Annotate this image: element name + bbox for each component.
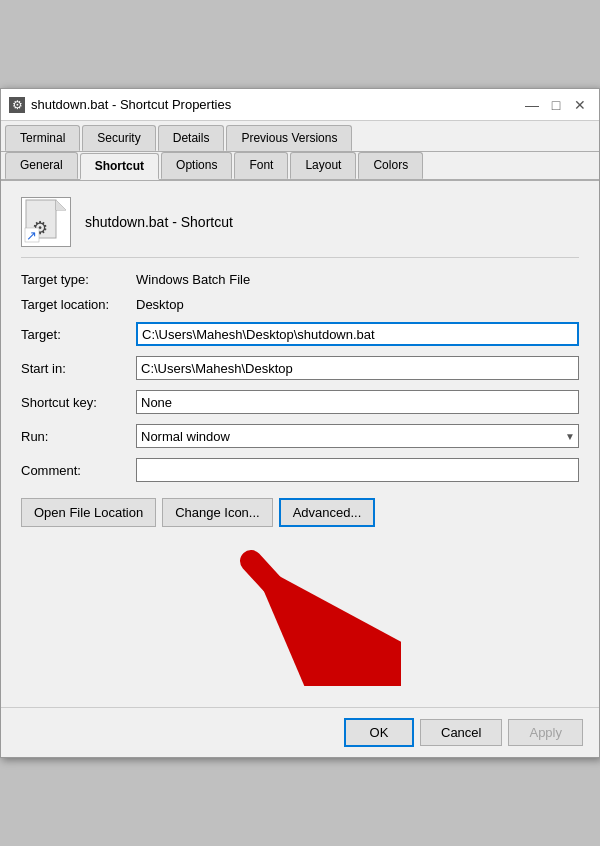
file-header-title: shutdown.bat - Shortcut: [85, 214, 233, 230]
target-row: Target:: [21, 322, 579, 346]
open-file-location-button[interactable]: Open File Location: [21, 498, 156, 527]
change-icon-button[interactable]: Change Icon...: [162, 498, 273, 527]
tab-details[interactable]: Details: [158, 125, 225, 151]
red-arrow-icon: [201, 531, 401, 686]
maximize-button[interactable]: □: [545, 94, 567, 116]
target-label: Target:: [21, 327, 136, 342]
ok-button[interactable]: OK: [344, 718, 414, 747]
minimize-button[interactable]: —: [521, 94, 543, 116]
shortcut-key-input[interactable]: [136, 390, 579, 414]
form: Target type: Windows Batch File Target l…: [21, 272, 579, 482]
target-type-label: Target type:: [21, 272, 136, 287]
tab-general[interactable]: General: [5, 152, 78, 179]
start-in-input[interactable]: [136, 356, 579, 380]
run-select[interactable]: Normal window Minimized Maximized: [136, 424, 579, 448]
comment-row: Comment:: [21, 458, 579, 482]
tab-layout[interactable]: Layout: [290, 152, 356, 179]
file-icon: ⚙ ↗: [21, 197, 71, 247]
comment-input[interactable]: [136, 458, 579, 482]
close-button[interactable]: ✕: [569, 94, 591, 116]
svg-marker-2: [56, 200, 66, 210]
target-location-row: Target location: Desktop: [21, 297, 579, 312]
shortcut-key-row: Shortcut key:: [21, 390, 579, 414]
advanced-button[interactable]: Advanced...: [279, 498, 376, 527]
tab-security[interactable]: Security: [82, 125, 155, 151]
start-in-row: Start in:: [21, 356, 579, 380]
tab-terminal[interactable]: Terminal: [5, 125, 80, 151]
file-header: ⚙ ↗ shutdown.bat - Shortcut: [21, 197, 579, 258]
run-label: Run:: [21, 429, 136, 444]
target-location-label: Target location:: [21, 297, 136, 312]
svg-text:↗: ↗: [26, 228, 37, 243]
arrow-area: [21, 531, 579, 691]
svg-line-7: [251, 561, 356, 676]
target-input[interactable]: [136, 322, 579, 346]
tabs-row-1: Terminal Security Details Previous Versi…: [1, 121, 599, 152]
tab-colors[interactable]: Colors: [358, 152, 423, 179]
window-icon: ⚙: [9, 97, 25, 113]
target-type-row: Target type: Windows Batch File: [21, 272, 579, 287]
run-select-wrapper: Normal window Minimized Maximized ▼: [136, 424, 579, 448]
apply-button[interactable]: Apply: [508, 719, 583, 746]
window: ⚙ shutdown.bat - Shortcut Properties — □…: [0, 88, 600, 758]
start-in-label: Start in:: [21, 361, 136, 376]
target-type-value: Windows Batch File: [136, 272, 250, 287]
tab-font[interactable]: Font: [234, 152, 288, 179]
content-area: ⚙ ↗ shutdown.bat - Shortcut Target type:…: [1, 181, 599, 707]
title-bar: ⚙ shutdown.bat - Shortcut Properties — □…: [1, 89, 599, 121]
title-bar-controls: — □ ✕: [521, 94, 591, 116]
shortcut-key-label: Shortcut key:: [21, 395, 136, 410]
tabs-row-2: General Shortcut Options Font Layout Col…: [1, 152, 599, 181]
tab-options[interactable]: Options: [161, 152, 232, 179]
footer: OK Cancel Apply: [1, 707, 599, 757]
window-title: shutdown.bat - Shortcut Properties: [31, 97, 521, 112]
action-buttons: Open File Location Change Icon... Advanc…: [21, 498, 579, 527]
comment-label: Comment:: [21, 463, 136, 478]
target-location-value: Desktop: [136, 297, 184, 312]
cancel-button[interactable]: Cancel: [420, 719, 502, 746]
tab-previous-versions[interactable]: Previous Versions: [226, 125, 352, 151]
tab-shortcut[interactable]: Shortcut: [80, 153, 159, 180]
run-row: Run: Normal window Minimized Maximized ▼: [21, 424, 579, 448]
